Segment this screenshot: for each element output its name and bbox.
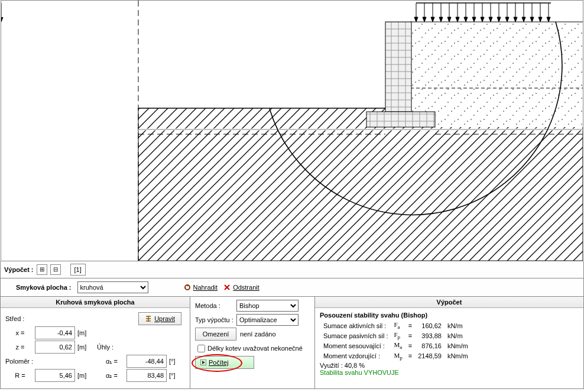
alpha2-label: α₂ = [97,372,126,380]
method-panel: . Metoda : Bishop Typ výpočtu : Optimali… [190,297,315,388]
svg-marker-37 [489,17,492,22]
svg-marker-39 [497,17,501,22]
method-select[interactable]: Bishop [236,300,299,312]
alpha1-label: α₁ = [97,358,126,365]
svg-marker-51 [547,17,550,22]
bottom-panels: Kruhová smyková plocha Střed : x = [m] z… [0,297,584,389]
add-analysis-button[interactable]: ⊞ [37,264,47,275]
slope-diagram-svg [1,1,583,261]
analysis-index[interactable]: [1] [70,264,86,276]
z-unit: [m] [77,344,89,351]
results-table: Sumace aktivních sil :Fa=160,62kN/mSumac… [320,320,472,362]
constraint-status: není zadáno [240,331,276,338]
svg-rect-5 [138,108,583,261]
svg-marker-25 [439,17,443,22]
analysis-toolbar: Výpočet : ⊞ ⊟ [1] [0,261,584,278]
remove-button[interactable]: Odstranit [223,284,259,291]
remove-label: Odstranit [233,284,259,291]
play-icon [200,359,206,365]
svg-marker-35 [481,17,484,22]
slip-surface-type-select[interactable]: kruhová [77,281,148,293]
compute-label: Počítej [209,359,229,366]
results-row: Sumace pasivních sil :Fp=393,88kN/m [321,331,471,340]
radius-label: Poloměr : [5,358,35,365]
z-input[interactable] [35,341,75,354]
replace-button[interactable]: Nahradit [184,284,218,291]
usage-text: Využití : 40,8 % [320,362,579,369]
svg-marker-43 [514,17,517,22]
edit-label: Upravit [154,315,175,322]
angles-label: Úhly : [97,344,126,351]
method-label: Metoda : [195,302,236,309]
verdict-text: Stabilita svahu VYHOVUJE [320,369,579,376]
infinite-anchors-checkbox[interactable] [197,345,205,352]
svg-rect-13 [366,112,435,127]
svg-marker-19 [414,17,418,22]
edit-button[interactable]: Upravit [138,312,181,325]
x-input[interactable] [35,326,75,339]
x-unit: [m] [77,329,89,336]
results-row: Sumace aktivních sil :Fa=160,62kN/m [321,321,471,330]
remove-icon [223,284,231,291]
r-label: R = [5,372,35,379]
x-label: x = [5,329,35,336]
alpha1-input[interactable] [126,355,167,368]
circular-surface-header: Kruhová smyková plocha [1,297,190,308]
svg-marker-49 [538,17,542,22]
compute-button[interactable]: Počítej [195,356,254,369]
constraint-button[interactable]: Omezení [195,328,236,341]
remove-analysis-button[interactable]: ⊟ [50,264,61,275]
results-heading: Posouzení stability svahu (Bishop) [320,312,579,319]
center-label: Střed : [5,315,35,322]
svg-rect-9 [410,22,583,127]
svg-marker-31 [464,17,468,22]
replace-icon [184,284,191,291]
svg-marker-33 [472,17,476,22]
r-input[interactable] [35,369,75,382]
svg-marker-29 [456,17,459,22]
alpha2-input[interactable] [126,369,167,382]
alpha2-unit: [°] [169,372,181,379]
results-header: Výpočet [315,297,583,308]
results-row: Moment sesouvající :Ma=876,16kNm/m [321,341,471,350]
svg-marker-47 [530,17,534,22]
edit-icon [145,315,152,322]
svg-marker-21 [423,17,426,22]
calc-type-select[interactable]: Optimalizace [236,314,299,326]
results-row: Moment vzdorující :Mp=2148,59kNm/m [321,352,471,361]
alpha1-unit: [°] [169,358,181,365]
results-panel: Výpočet Posouzení stability svahu (Bisho… [315,297,583,388]
replace-label: Nahradit [193,284,218,291]
slip-surface-toolbar: Smyková plocha : kruhová Nahradit Odstra… [0,278,584,297]
slip-surface-label: Smyková plocha : [16,284,72,291]
svg-marker-27 [447,17,451,22]
svg-marker-23 [431,17,434,22]
svg-rect-12 [385,22,411,112]
infinite-anchors-label: Délky kotev uvažovat nekonečné [207,345,303,352]
r-unit: [m] [77,372,89,379]
circular-surface-panel: Kruhová smyková plocha Střed : x = [m] z… [1,297,190,388]
svg-marker-59 [202,361,205,364]
analysis-label: Výpočet : [4,266,34,273]
diagram-canvas [1,0,583,261]
svg-marker-45 [522,17,525,22]
calc-type-label: Typ výpočtu : [195,316,236,323]
svg-marker-41 [505,17,509,22]
z-label: z = [5,344,35,351]
